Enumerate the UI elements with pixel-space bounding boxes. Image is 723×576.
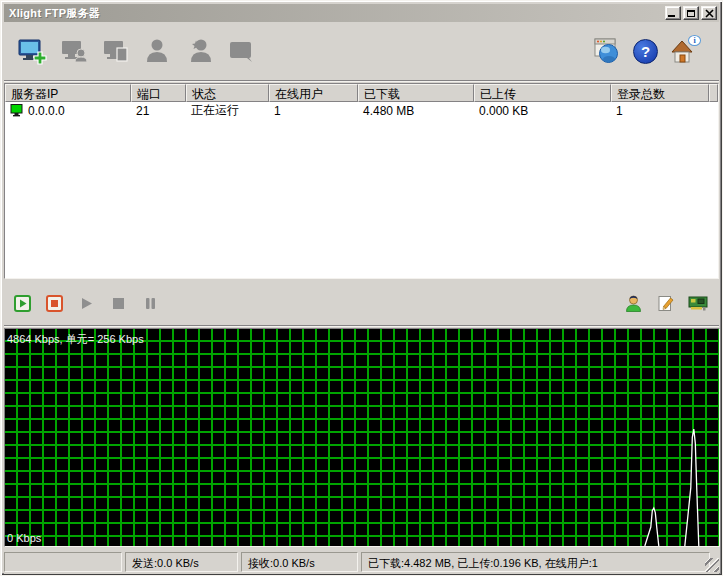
view-log-button[interactable] [656, 294, 675, 313]
main-toolbar: ? i [4, 22, 719, 81]
status-panel-totals: 已下载:4.482 MB, 已上传:0.196 KB, 在线用户:1 [361, 552, 710, 572]
cell-port: 21 [131, 104, 186, 118]
help-button[interactable]: ? [633, 39, 658, 64]
status-panel-send-rate: 发送:0.0 KB/s [125, 552, 238, 572]
header-uploaded[interactable]: 已上传 [474, 84, 611, 102]
delete-server-button [59, 36, 89, 66]
user-accounts-button [143, 36, 173, 66]
start-server-button [78, 295, 95, 312]
start-server-icon [78, 295, 95, 312]
server-list-header: 服务器IP 端口 状态 在线用户 已下载 已上传 登录总数 [5, 84, 718, 102]
home-button[interactable]: i [669, 36, 699, 66]
window-controls [665, 6, 717, 20]
cell-uploaded: 0.000 KB [474, 104, 611, 118]
traffic-monitor-button[interactable] [688, 295, 709, 312]
minimize-button[interactable] [665, 6, 681, 20]
cell-server-ip: 0.0.0.0 [5, 104, 131, 118]
server-list: 服务器IP 端口 状态 在线用户 已下载 已上传 登录总数 0.0.0.0 21… [4, 83, 719, 279]
status-panel-general [4, 552, 122, 572]
resize-grip[interactable] [705, 558, 719, 572]
status-bar: 发送:0.0 KB/s 接收:0.0 KB/s 已下载:4.482 MB, 已上… [4, 550, 719, 574]
cell-status: 正在运行 [186, 102, 269, 119]
xlight-ftp-window: Xlight FTP服务器 [0, 0, 723, 576]
web-admin-button[interactable] [592, 36, 622, 66]
minimize-icon [668, 15, 675, 17]
header-server-ip[interactable]: 服务器IP [5, 84, 131, 102]
server-running-icon [10, 104, 24, 117]
start-all-button[interactable] [14, 295, 31, 312]
online-users-button[interactable] [624, 294, 643, 313]
graph-scale-label: 4864 Kbps, 单元= 256 Kbps [7, 332, 144, 347]
add-server-icon [17, 36, 47, 66]
cell-total-logins: 1 [611, 104, 709, 118]
server-row[interactable]: 0.0.0.0 21 正在运行 1 4.480 MB 0.000 KB 1 [5, 102, 718, 119]
stop-server-icon [110, 295, 127, 312]
pause-server-icon [142, 295, 159, 312]
start-all-icon [14, 295, 31, 312]
server-window-icon [227, 36, 257, 66]
stop-all-button[interactable] [46, 295, 63, 312]
traffic-spikes [5, 329, 718, 546]
window-title: Xlight FTP服务器 [9, 6, 665, 21]
close-icon [705, 9, 714, 18]
traffic-graph: 4864 Kbps, 单元= 256 Kbps 0 Kbps [4, 328, 720, 547]
cell-online-users: 1 [269, 104, 358, 118]
header-total-logins[interactable]: 登录总数 [611, 84, 709, 102]
info-bubble-icon: i [688, 35, 701, 46]
server-config-icon [101, 36, 131, 66]
help-glyph: ? [641, 43, 650, 60]
traffic-monitor-icon [688, 295, 709, 312]
stop-server-button [110, 295, 127, 312]
delete-server-icon [59, 36, 89, 66]
header-port[interactable]: 端口 [131, 84, 186, 102]
transport-toolbar [4, 281, 719, 326]
titlebar[interactable]: Xlight FTP服务器 [4, 4, 719, 22]
maximize-icon [687, 10, 695, 17]
user-groups-button [185, 36, 215, 66]
web-admin-icon [592, 36, 622, 66]
graph-zero-label: 0 Kbps [7, 532, 41, 544]
add-server-button[interactable] [17, 36, 47, 66]
status-panel-receive-rate: 接收:0.0 KB/s [241, 552, 358, 572]
server-window-button [227, 36, 257, 66]
header-online-users[interactable]: 在线用户 [269, 84, 358, 102]
server-config-button [101, 36, 131, 66]
user-accounts-icon [143, 36, 173, 66]
view-log-icon [656, 294, 675, 313]
close-button[interactable] [701, 6, 717, 20]
header-status[interactable]: 状态 [186, 84, 269, 102]
maximize-button[interactable] [683, 6, 699, 20]
online-users-icon [624, 294, 643, 313]
header-downloaded[interactable]: 已下载 [358, 84, 474, 102]
header-spacer [709, 84, 718, 102]
pause-server-button [142, 295, 159, 312]
stop-all-icon [46, 295, 63, 312]
cell-downloaded: 4.480 MB [358, 104, 474, 118]
help-icon: ? [633, 39, 658, 64]
user-groups-icon [185, 36, 215, 66]
